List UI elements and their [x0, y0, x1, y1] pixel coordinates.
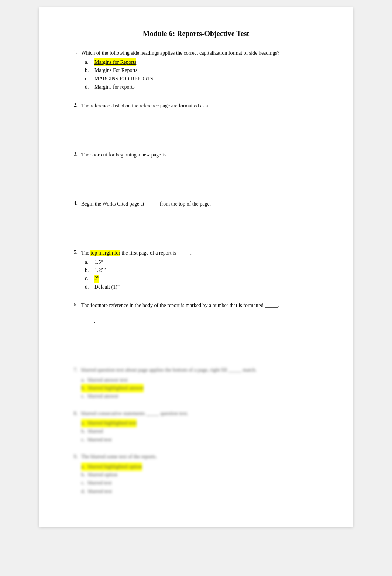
answer-text: 2” — [94, 275, 99, 283]
blurred-number: 8. — [69, 410, 78, 418]
blurred-question-9: 9. The blurred some text of the reports.… — [69, 453, 323, 496]
question-text: The references listed on the reference p… — [81, 102, 323, 110]
question-item: Begin the Works Cited page at _____ from… — [69, 200, 323, 239]
blurred-question-content: 9. The blurred some text of the reports. — [69, 453, 323, 461]
answer-item: b. Margins For Reports — [85, 66, 323, 75]
answer-item: a. Margins for Reports — [85, 58, 323, 66]
answer-list: a. 1.5” b. 1.25” c. 2” d. Default (1)” — [81, 258, 323, 292]
question-item: The top margin for the first page of a r… — [69, 249, 323, 292]
answer-label: a. — [85, 58, 92, 66]
question-content: The references listed on the reference p… — [81, 102, 323, 141]
answer-item: b. 1.25” — [85, 266, 323, 275]
answer-item: d. Margins for reports — [85, 83, 323, 91]
question-item: The references listed on the reference p… — [69, 102, 323, 141]
answer-text: 1.25” — [94, 266, 106, 275]
blurred-text: blurred consecutive statements _____ que… — [81, 410, 188, 418]
answer-label: c. — [85, 75, 92, 83]
answer-text: Margins for Reports — [94, 58, 136, 66]
page-title: Module 6: Reports-Objective Test — [69, 30, 323, 38]
question-text: Begin the Works Cited page at _____ from… — [81, 200, 323, 208]
question-content: The top margin for the first page of a r… — [81, 249, 323, 292]
question-content: Begin the Works Cited page at _____ from… — [81, 200, 323, 239]
blurred-number: 7. — [69, 366, 78, 374]
blurred-question-content: 8. blurred consecutive statements _____ … — [69, 410, 323, 418]
question-item: The shortcut for beginning a new page is… — [69, 151, 323, 190]
answer-label: a. — [85, 258, 92, 266]
question-list: Which of the following side headings app… — [69, 49, 323, 356]
answer-text: MARGINS FOR REPORTS — [94, 75, 153, 83]
answer-text: Margins for reports — [94, 83, 135, 91]
answer-text: Margins For Reports — [94, 66, 137, 75]
blurred-text: The blurred some text of the reports. — [81, 453, 157, 461]
blurred-number: 9. — [69, 453, 78, 461]
blurred-text: blurred question text about page applies… — [81, 366, 257, 374]
answer-item: d. Default (1)” — [85, 283, 323, 291]
answer-label: d. — [85, 283, 92, 291]
answer-label: c. — [85, 275, 92, 283]
blurred-section: 7. blurred question text about page appl… — [69, 366, 323, 496]
question-item: The footnote reference in the body of th… — [69, 301, 323, 356]
blurred-question-7: 7. blurred question text about page appl… — [69, 366, 323, 401]
blurred-question-8: 8. blurred consecutive statements _____ … — [69, 410, 323, 444]
question-text: The shortcut for beginning a new page is… — [81, 151, 323, 159]
answer-label: d. — [85, 83, 92, 91]
question-text: The top margin for the first page of a r… — [81, 249, 323, 257]
answer-item: c. 2” — [85, 275, 323, 283]
answer-text: Default (1)” — [94, 283, 120, 291]
answer-list: a. Margins for Reports b. Margins For Re… — [81, 58, 323, 92]
question-text: The footnote reference in the body of th… — [81, 301, 323, 325]
blurred-question-content: 7. blurred question text about page appl… — [69, 366, 323, 374]
question-content: The shortcut for beginning a new page is… — [81, 151, 323, 190]
answer-item: a. 1.5” — [85, 258, 323, 266]
question-content: Which of the following side headings app… — [81, 49, 323, 92]
question-text: Which of the following side headings app… — [81, 49, 323, 57]
question-item: Which of the following side headings app… — [69, 49, 323, 92]
page-container: Module 6: Reports-Objective Test Which o… — [39, 7, 353, 527]
answer-item: c. MARGINS FOR REPORTS — [85, 75, 323, 83]
answer-label: b. — [85, 66, 92, 75]
answer-label: b. — [85, 266, 92, 275]
answer-text: 1.5” — [94, 258, 103, 266]
question-content: The footnote reference in the body of th… — [81, 301, 323, 356]
